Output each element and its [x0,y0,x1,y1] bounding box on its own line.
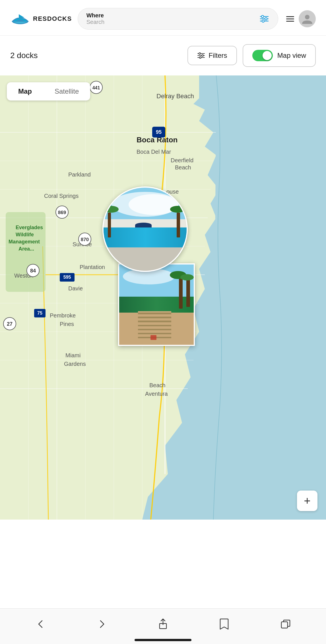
svg-text:Gardens: Gardens [64,361,86,367]
svg-text:84: 84 [30,268,36,274]
menu-line-3 [286,21,294,22]
svg-point-10 [199,53,201,54]
forward-icon [96,618,108,630]
map-container[interactable]: Everglades Wildlife Management Area... D… [0,75,326,520]
avatar-icon [301,13,313,25]
svg-text:Miami: Miami [65,352,81,358]
svg-text:Area...: Area... [18,246,34,252]
svg-point-11 [202,55,203,56]
svg-text:Aventura: Aventura [145,391,168,397]
svg-text:441: 441 [92,85,100,90]
back-button[interactable] [32,616,49,633]
svg-text:Delray Beach: Delray Beach [156,93,194,100]
menu-line-2 [286,19,294,19]
bookmarks-button[interactable] [216,616,233,633]
header-right [284,10,316,27]
map-view-button[interactable]: Map view [243,44,316,67]
logo-area: RESDOCKS [10,11,72,26]
svg-text:869: 869 [58,210,66,215]
search-bar[interactable]: Where Search [78,8,278,30]
svg-text:75: 75 [37,311,42,315]
subheader: 2 docks Filters Map view [0,36,326,75]
toggle-knob [263,51,272,60]
map-view-toggle[interactable] [252,50,273,61]
filters-label: Filters [209,52,227,60]
svg-text:Deerfield: Deerfield [171,157,193,163]
dock-photo-rect[interactable] [118,263,195,346]
svg-text:Beach: Beach [149,382,166,388]
svg-point-6 [305,15,310,19]
svg-text:27: 27 [7,321,13,327]
svg-text:Davie: Davie [68,285,83,292]
svg-rect-30 [6,212,46,292]
filter-sliders-icon [259,14,269,24]
svg-text:Everglades: Everglades [16,225,43,230]
tabs-icon [279,618,292,630]
tab-map[interactable]: Map [7,82,43,101]
svg-text:Boca Del Mar: Boca Del Mar [137,149,171,155]
svg-text:Pembroke: Pembroke [50,312,76,319]
map-tabs: Map Satellite [7,82,90,101]
svg-point-4 [265,18,267,20]
forward-button[interactable] [93,616,110,633]
tabs-button[interactable] [277,616,294,633]
tab-satellite[interactable]: Satellite [43,82,90,101]
header: RESDOCKS Where Search [0,0,326,36]
filters-icon [197,52,205,60]
share-button[interactable] [154,616,172,633]
share-icon [157,618,169,630]
svg-text:595: 595 [63,275,71,280]
avatar[interactable] [299,10,316,27]
docks-count: 2 docks [10,51,38,60]
map-view-label: Map view [277,52,306,60]
svg-text:Wildlife: Wildlife [16,232,34,237]
search-label: Where [86,12,104,19]
dock-photo-circle[interactable] [102,186,188,272]
svg-point-3 [261,15,264,18]
svg-text:Management: Management [9,239,40,245]
bookmarks-icon [218,618,230,630]
svg-text:95: 95 [156,129,162,135]
home-indicator [135,639,191,641]
svg-text:870: 870 [81,237,89,242]
svg-rect-70 [281,622,288,628]
svg-point-12 [199,57,201,58]
svg-point-5 [262,20,264,22]
svg-text:Parkland: Parkland [68,171,91,178]
zoom-plus-button[interactable]: + [297,491,317,511]
logo-text: RESDOCKS [33,15,72,22]
svg-text:Pines: Pines [60,321,74,327]
menu-button[interactable] [284,16,296,22]
svg-text:Beach: Beach [175,164,191,171]
svg-text:Coral Springs: Coral Springs [44,193,79,199]
menu-line-1 [286,16,294,17]
logo-icon [10,11,30,26]
svg-text:Plantation: Plantation [80,264,105,270]
back-icon [34,618,47,630]
search-placeholder: Search [86,19,104,25]
filters-button[interactable]: Filters [187,46,237,65]
